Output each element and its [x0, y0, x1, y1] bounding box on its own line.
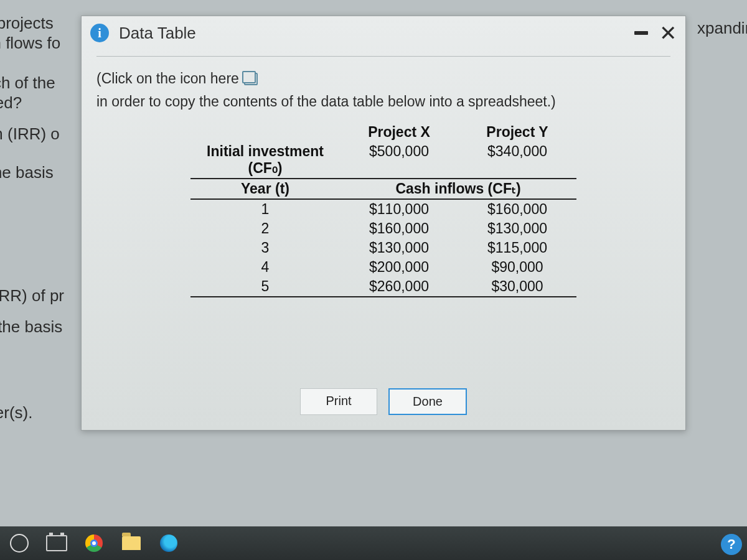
bg-text: xpanding t: [697, 19, 747, 38]
task-view-icon[interactable]: [46, 533, 67, 554]
dialog-title: Data Table: [119, 24, 196, 43]
done-button[interactable]: Done: [388, 388, 467, 415]
print-button[interactable]: Print: [300, 388, 377, 415]
help-icon[interactable]: ?: [721, 534, 742, 555]
bg-text: each of the: [0, 73, 55, 93]
bg-text: turn (IRR) o: [0, 124, 60, 144]
bg-text: n (IRR) of pr: [0, 286, 64, 306]
close-icon[interactable]: ✕: [659, 22, 677, 44]
bg-text: swer(s).: [0, 403, 32, 422]
cfy-cell: $90,000: [458, 258, 576, 277]
bg-text: ash flows fo: [0, 34, 60, 53]
taskbar: [0, 526, 747, 560]
bg-text: n the basis: [0, 163, 54, 182]
year-cell: 3: [190, 238, 340, 258]
chrome-icon[interactable]: [83, 533, 105, 554]
cfx-cell: $260,000: [340, 277, 458, 297]
copy-icon[interactable]: [244, 73, 258, 85]
table-row: 5 $260,000 $30,000: [190, 277, 576, 297]
table-row: 4 $200,000 $90,000: [190, 258, 576, 277]
table-row: 1 $110,000 $160,000: [190, 200, 576, 219]
cfy-cell: $160,000: [458, 200, 576, 219]
bg-text: ve projects: [0, 14, 54, 33]
col-header-project-x: Project X: [340, 123, 458, 142]
bg-text: on the basis: [0, 317, 62, 337]
cfx-cell: $160,000: [340, 219, 458, 238]
initial-investment-label: Initial investment (CF₀): [190, 142, 340, 178]
cfy-cell: $115,000: [458, 238, 576, 258]
bg-text: erred?: [0, 93, 22, 113]
cash-inflows-header: Cash inflows (CFₜ): [340, 178, 576, 200]
minimize-icon[interactable]: [634, 31, 648, 35]
cortana-icon[interactable]: [9, 533, 30, 554]
cfx-cell: $200,000: [340, 258, 458, 277]
year-cell: 1: [190, 200, 340, 219]
dialog-header: i Data Table ✕: [82, 16, 685, 47]
info-icon: i: [90, 24, 109, 42]
initial-investment-x: $500,000: [340, 142, 458, 178]
table-row: 3 $130,000 $115,000: [190, 238, 576, 258]
cfy-cell: $130,000: [458, 219, 576, 238]
file-explorer-icon[interactable]: [121, 533, 142, 554]
year-cell: 5: [190, 277, 340, 297]
table-row: 2 $160,000 $130,000: [190, 219, 576, 238]
year-cell: 4: [190, 258, 340, 277]
data-table: Project X Project Y Initial investment (…: [190, 123, 576, 297]
copy-instruction: (Click on the icon here in order to copy…: [96, 56, 670, 111]
cfy-cell: $30,000: [458, 277, 576, 297]
year-cell: 2: [190, 219, 340, 238]
col-header-project-y: Project Y: [458, 123, 576, 142]
data-table-dialog: i Data Table ✕ (Click on the icon here i…: [81, 16, 686, 431]
instruction-text-pre: (Click on the icon here: [96, 69, 239, 88]
cfx-cell: $130,000: [340, 238, 458, 258]
edge-icon[interactable]: [158, 533, 179, 554]
year-header: Year (t): [190, 178, 340, 200]
instruction-text-post: in order to copy the contents of the dat…: [96, 92, 556, 111]
initial-investment-y: $340,000: [458, 142, 576, 178]
cfx-cell: $110,000: [340, 200, 458, 219]
